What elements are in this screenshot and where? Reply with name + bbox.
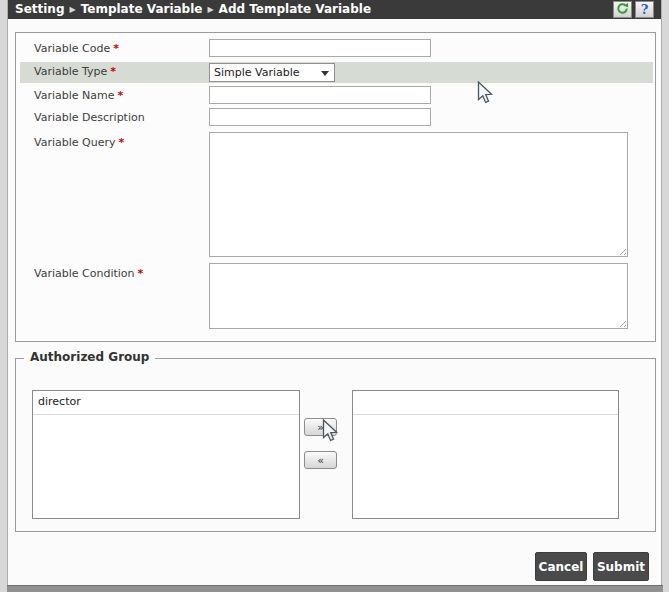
variable-name-input[interactable] <box>209 86 431 104</box>
variable-code-label: Variable Code* <box>34 42 119 55</box>
variable-type-label: Variable Type* <box>34 65 116 78</box>
submit-button[interactable]: Submit <box>593 552 649 581</box>
bottom-bar <box>7 585 663 592</box>
header-bar: Setting▶Template Variable▶Add Template V… <box>8 0 661 19</box>
variable-name-label: Variable Name* <box>34 89 123 102</box>
authorized-group-legend: Authorized Group <box>24 350 155 364</box>
breadcrumb-template-variable[interactable]: Template Variable <box>81 2 203 16</box>
refresh-icon <box>616 2 629 18</box>
move-right-button[interactable]: » <box>304 418 337 436</box>
help-icon: ? <box>641 2 649 17</box>
list-item-empty <box>353 391 618 415</box>
page-container: Setting▶Template Variable▶Add Template V… <box>7 0 662 585</box>
available-groups-list[interactable]: director <box>32 390 300 519</box>
variable-type-select[interactable]: Simple Variable <box>209 63 335 82</box>
authorized-group-fieldset: Authorized Group director » « <box>15 358 656 532</box>
breadcrumb-arrow-icon: ▶ <box>207 5 213 14</box>
variable-type-selected-value: Simple Variable <box>214 66 300 79</box>
dropdown-arrow-icon <box>321 71 329 76</box>
move-left-button[interactable]: « <box>304 451 337 469</box>
required-marker: * <box>138 267 144 280</box>
variable-code-input[interactable] <box>209 39 431 57</box>
variable-description-label: Variable Description <box>34 111 145 124</box>
variable-condition-label: Variable Condition* <box>34 267 143 280</box>
refresh-button[interactable] <box>613 1 632 18</box>
breadcrumb-arrow-icon: ▶ <box>70 5 76 14</box>
variable-condition-textarea[interactable] <box>209 263 628 329</box>
required-marker: * <box>113 42 119 55</box>
breadcrumb-add-template-variable: Add Template Variable <box>219 2 371 16</box>
selected-groups-list[interactable] <box>352 390 619 519</box>
list-item-director[interactable]: director <box>33 391 299 415</box>
required-marker: * <box>118 89 124 102</box>
template-variable-form: Variable Code* Variable Type* Simple Var… <box>15 32 656 342</box>
cancel-button[interactable]: Cancel <box>535 552 587 581</box>
variable-query-textarea[interactable] <box>209 132 628 257</box>
breadcrumb: Setting▶Template Variable▶Add Template V… <box>15 0 371 19</box>
variable-query-label: Variable Query* <box>34 136 124 149</box>
help-button[interactable]: ? <box>635 1 654 18</box>
required-marker: * <box>118 136 124 149</box>
variable-description-input[interactable] <box>209 108 431 126</box>
required-marker: * <box>110 65 116 78</box>
breadcrumb-setting[interactable]: Setting <box>15 2 65 16</box>
